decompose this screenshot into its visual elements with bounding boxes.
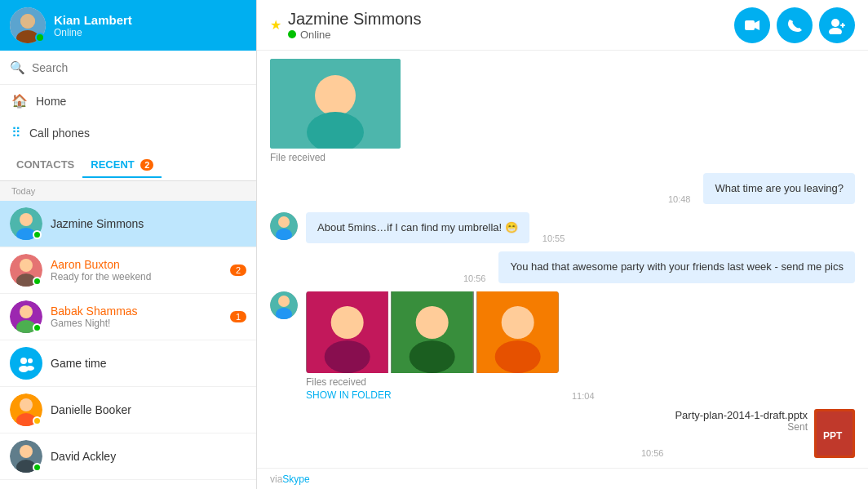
chat-contact-status: Online bbox=[288, 29, 421, 41]
photo-1 bbox=[306, 291, 388, 373]
svg-point-33 bbox=[278, 216, 290, 228]
tabs-row: CONTACTS RECENT 2 bbox=[0, 149, 256, 181]
nav-home-label: Home bbox=[36, 95, 66, 108]
svg-point-45 bbox=[501, 306, 534, 339]
file-msg-row: 10:56 Party-plan-2014-1-draft.pptx Sent … bbox=[270, 409, 855, 458]
nav-call-label: Call phones bbox=[29, 127, 90, 140]
contact-details-danielle: Danielle Booker bbox=[51, 403, 246, 416]
chat-contact-name: Jazmine Simmons bbox=[288, 10, 421, 29]
file-icon-ppt: PPT bbox=[814, 409, 855, 458]
msg-time-5: 10:56 bbox=[641, 448, 664, 458]
svg-point-30 bbox=[315, 75, 356, 116]
file-received-label: File received bbox=[270, 152, 855, 163]
msg-time-3: 10:56 bbox=[463, 273, 486, 283]
user-name: Kian Lambert bbox=[54, 13, 132, 27]
status-dot-aaron bbox=[33, 277, 42, 286]
chat-header-left: ★ Jazmine Simmons Online bbox=[270, 10, 421, 41]
tab-recent[interactable]: RECENT 2 bbox=[82, 152, 162, 177]
contact-item-aaron-buxton[interactable]: Aaron Buxton Ready for the weekend 2 bbox=[0, 247, 256, 294]
photo-3 bbox=[476, 291, 559, 373]
msg-avatar-jazmine-2 bbox=[270, 291, 298, 319]
svg-point-21 bbox=[20, 445, 33, 458]
unread-badge-babak: 1 bbox=[230, 311, 246, 322]
file-sent-label: Sent bbox=[675, 421, 808, 433]
user-header: Kian Lambert Online bbox=[0, 0, 256, 51]
user-info: Kian Lambert Online bbox=[54, 13, 132, 38]
svg-point-14 bbox=[28, 358, 33, 363]
contact-name-jazmine: Jazmine Simmons bbox=[51, 217, 246, 230]
svg-point-13 bbox=[20, 358, 27, 364]
svg-point-46 bbox=[494, 340, 540, 373]
svg-point-26 bbox=[829, 28, 842, 34]
msg-bubble-sent-2: You had that awesome party with your fri… bbox=[498, 251, 855, 282]
sidebar: Kian Lambert Online 🔍 🏠 Home ⠿ Call phon… bbox=[0, 0, 257, 489]
contact-details-david: David Ackley bbox=[51, 450, 246, 463]
app-container: Kian Lambert Online 🔍 🏠 Home ⠿ Call phon… bbox=[0, 0, 868, 489]
chat-status-dot bbox=[288, 30, 296, 38]
video-call-button[interactable] bbox=[734, 7, 770, 43]
contact-subtext-aaron: Ready for the weekend bbox=[51, 271, 222, 282]
group-icon bbox=[10, 347, 42, 380]
svg-text:PPT: PPT bbox=[823, 430, 843, 442]
recent-badge: 2 bbox=[140, 159, 153, 171]
chat-contact-info: Jazmine Simmons Online bbox=[288, 10, 421, 41]
user-status: Online bbox=[54, 27, 132, 38]
contact-avatar-danielle bbox=[10, 393, 42, 426]
contact-item-jazmine-simmons[interactable]: Jazmine Simmons bbox=[0, 201, 256, 247]
files-received-label: Files received bbox=[306, 376, 559, 388]
svg-point-42 bbox=[416, 306, 449, 339]
svg-point-39 bbox=[331, 306, 364, 339]
svg-point-18 bbox=[20, 398, 33, 411]
audio-call-button[interactable] bbox=[777, 7, 813, 43]
contact-name-david: David Ackley bbox=[51, 450, 246, 463]
contact-name-babak: Babak Shammas bbox=[51, 305, 222, 318]
star-icon[interactable]: ★ bbox=[270, 17, 281, 33]
svg-marker-24 bbox=[755, 20, 760, 30]
msg-row-sent-1: 10:48 What time are you leaving? bbox=[270, 173, 855, 204]
photo-2 bbox=[391, 291, 473, 373]
svg-rect-28 bbox=[842, 23, 844, 28]
section-today: Today bbox=[0, 181, 256, 201]
svg-point-43 bbox=[410, 340, 455, 373]
contact-name-aaron: Aaron Buxton bbox=[51, 258, 222, 271]
nav-item-call-phones[interactable]: ⠿ Call phones bbox=[0, 117, 256, 149]
chat-main: ★ Jazmine Simmons Online bbox=[257, 0, 868, 489]
user-status-dot bbox=[35, 33, 45, 42]
contact-details-aaron: Aaron Buxton Ready for the weekend bbox=[51, 258, 222, 282]
contact-item-danielle-booker[interactable]: Danielle Booker bbox=[0, 387, 256, 433]
home-icon: 🏠 bbox=[11, 93, 28, 109]
chat-actions bbox=[734, 7, 855, 43]
msg-row-received-1: About 5mins…if I can find my umbrella! 😁… bbox=[270, 212, 855, 243]
contact-avatar-game-time bbox=[10, 347, 42, 380]
nav-item-home[interactable]: 🏠 Home bbox=[0, 85, 256, 117]
msg-bubble-sent-1: What time are you leaving? bbox=[703, 173, 855, 204]
contact-avatar-david bbox=[10, 440, 42, 473]
contact-item-david-ackley[interactable]: David Ackley bbox=[0, 433, 256, 480]
show-in-folder-link[interactable]: SHOW IN FOLDER bbox=[306, 389, 559, 401]
search-input[interactable] bbox=[32, 61, 246, 74]
chat-bottom-bar: via Skype bbox=[257, 468, 868, 489]
contact-name-danielle: Danielle Booker bbox=[51, 403, 246, 416]
status-dot-babak bbox=[33, 323, 42, 332]
status-dot-david bbox=[33, 463, 42, 472]
msg-row-photos: Files received SHOW IN FOLDER 11:04 bbox=[270, 291, 855, 401]
svg-point-11 bbox=[20, 305, 33, 318]
chat-messages: File received 10:48 What time are you le… bbox=[257, 51, 868, 468]
svg-point-8 bbox=[20, 259, 33, 272]
svg-point-16 bbox=[26, 366, 34, 371]
add-contact-button[interactable] bbox=[819, 7, 855, 43]
status-dot-danielle bbox=[33, 416, 42, 425]
contact-details-jazmine: Jazmine Simmons bbox=[51, 217, 246, 230]
contact-item-babak-shammas[interactable]: Babak Shammas Games Night! 1 bbox=[0, 294, 256, 340]
via-skype-link[interactable]: Skype bbox=[282, 473, 309, 485]
msg-avatar-jazmine bbox=[270, 212, 298, 240]
chat-header: ★ Jazmine Simmons Online bbox=[257, 0, 868, 51]
file-name: Party-plan-2014-1-draft.pptx bbox=[675, 409, 808, 421]
tab-contacts[interactable]: CONTACTS bbox=[8, 152, 82, 177]
contact-item-game-time[interactable]: Game time bbox=[0, 340, 256, 387]
msg-time-1: 10:48 bbox=[668, 194, 691, 204]
via-text: via bbox=[270, 473, 282, 485]
msg-row-sent-2: 10:56 You had that awesome party with yo… bbox=[270, 251, 855, 282]
svg-point-40 bbox=[325, 340, 370, 373]
svg-point-36 bbox=[278, 296, 290, 307]
